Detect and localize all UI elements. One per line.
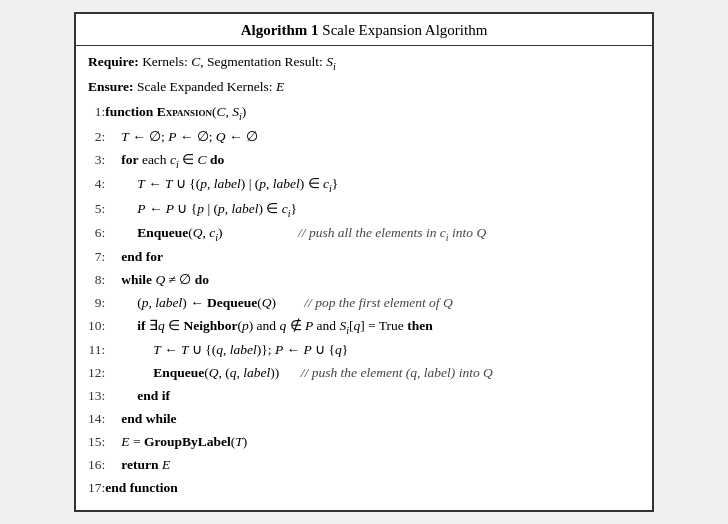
algorithm-line: 12:Enqueue(Q, (q, label)) // push the el… [88, 362, 640, 385]
algorithm-line: 16:return E [88, 454, 640, 477]
ensure-text: Scale Expanded Kernels: E [137, 79, 284, 94]
ensure-line: Ensure: Scale Expanded Kernels: E [88, 77, 640, 98]
algorithm-line: 15:E = GroupByLabel(T) [88, 431, 640, 454]
line-text: end function [105, 477, 640, 500]
line-number: 15: [88, 431, 105, 454]
ensure-label: Ensure: [88, 79, 134, 94]
line-text: P ← P ∪ {p | (p, label) ∈ ci} [105, 198, 640, 222]
line-text: T ← T ∪ {(p, label) | (p, label) ∈ ci} [105, 173, 640, 197]
line-number: 8: [88, 269, 105, 292]
line-text: Enqueue(Q, ci) // push all the elements … [105, 222, 640, 246]
line-number: 14: [88, 408, 105, 431]
algorithm-lines: 1:function Expansion(C, Si)2:T ← ∅; P ← … [88, 101, 640, 499]
line-text: E = GroupByLabel(T) [105, 431, 640, 454]
line-number: 3: [88, 149, 105, 173]
require-label: Require: [88, 54, 139, 69]
line-text: T ← T ∪ {(q, label)}; P ← P ∪ {q} [105, 339, 640, 362]
algorithm-line: 13:end if [88, 385, 640, 408]
line-number: 12: [88, 362, 105, 385]
line-text: T ← ∅; P ← ∅; Q ← ∅ [105, 126, 640, 149]
algorithm-line: 7:end for [88, 246, 640, 269]
algorithm-line: 11:T ← T ∪ {(q, label)}; P ← P ∪ {q} [88, 339, 640, 362]
line-number: 5: [88, 198, 105, 222]
algorithm-label: Algorithm 1 [241, 22, 319, 38]
line-text: end for [105, 246, 640, 269]
algorithm-line: 10:if ∃q ∈ Neighbor(p) and q ∉ P and Si[… [88, 315, 640, 339]
line-text: while Q ≠ ∅ do [105, 269, 640, 292]
line-text: for each ci ∈ C do [105, 149, 640, 173]
require-text: Kernels: C, Segmentation Result: Si [142, 54, 336, 69]
line-text: function Expansion(C, Si) [105, 101, 640, 125]
line-number: 7: [88, 246, 105, 269]
line-text: Enqueue(Q, (q, label)) // push the eleme… [105, 362, 640, 385]
algorithm-line: 9:(p, label) ← Dequeue(Q) // pop the fir… [88, 292, 640, 315]
require-line: Require: Kernels: C, Segmentation Result… [88, 52, 640, 74]
algorithm-line: 3:for each ci ∈ C do [88, 149, 640, 173]
line-number: 6: [88, 222, 105, 246]
line-number: 17: [88, 477, 105, 500]
line-number: 10: [88, 315, 105, 339]
algorithm-line: 6:Enqueue(Q, ci) // push all the element… [88, 222, 640, 246]
line-number: 9: [88, 292, 105, 315]
line-number: 1: [88, 101, 105, 125]
algorithm-line: 1:function Expansion(C, Si) [88, 101, 640, 125]
algorithm-title-text: Scale Expansion Algorithm [322, 22, 487, 38]
line-text: end while [105, 408, 640, 431]
algorithm-line: 8:while Q ≠ ∅ do [88, 269, 640, 292]
line-text: end if [105, 385, 640, 408]
algorithm-line: 14:end while [88, 408, 640, 431]
line-number: 11: [88, 339, 105, 362]
algorithm-line: 5:P ← P ∪ {p | (p, label) ∈ ci} [88, 198, 640, 222]
line-number: 13: [88, 385, 105, 408]
algorithm-line: 4:T ← T ∪ {(p, label) | (p, label) ∈ ci} [88, 173, 640, 197]
algorithm-line: 2:T ← ∅; P ← ∅; Q ← ∅ [88, 126, 640, 149]
line-text: (p, label) ← Dequeue(Q) // pop the first… [105, 292, 640, 315]
line-text: if ∃q ∈ Neighbor(p) and q ∉ P and Si[q] … [105, 315, 640, 339]
algorithm-box: Algorithm 1 Scale Expansion Algorithm Re… [74, 12, 654, 512]
algorithm-body: Require: Kernels: C, Segmentation Result… [76, 46, 652, 510]
line-text: return E [105, 454, 640, 477]
algorithm-line: 17:end function [88, 477, 640, 500]
line-number: 2: [88, 126, 105, 149]
line-number: 16: [88, 454, 105, 477]
line-number: 4: [88, 173, 105, 197]
algorithm-title: Algorithm 1 Scale Expansion Algorithm [76, 14, 652, 46]
